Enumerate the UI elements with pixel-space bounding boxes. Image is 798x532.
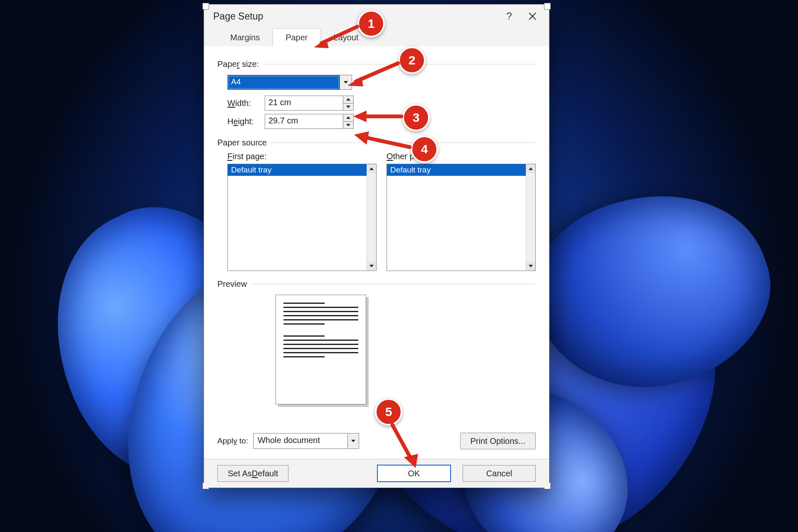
first-page-scrollbar[interactable]: [367, 164, 376, 271]
paper-size-combo[interactable]: A4: [227, 75, 352, 90]
caret-up-icon: [346, 98, 350, 101]
preview-thumbnail: [276, 295, 366, 404]
height-decrease-button[interactable]: [343, 122, 353, 129]
page-setup-dialog: Page Setup ? Margins Paper Layout Paper …: [204, 4, 549, 488]
dialog-titlebar: Page Setup ?: [204, 5, 549, 28]
paper-size-value: A4: [228, 75, 340, 89]
cancel-button[interactable]: Cancel: [463, 465, 536, 482]
dialog-title: Page Setup: [213, 11, 498, 22]
paper-size-label: Paper size:: [217, 59, 536, 69]
apply-to-dropdown-button[interactable]: [347, 433, 359, 448]
chevron-down-icon: [344, 81, 348, 84]
apply-to-select[interactable]: Whole document: [253, 433, 359, 449]
close-button[interactable]: [521, 8, 544, 25]
other-pages-label: Other pages:: [387, 152, 536, 161]
height-value[interactable]: 29.7 cm: [265, 114, 343, 128]
dialog-body: Paper size: A4 Width: 21 cm Height:: [204, 46, 549, 488]
first-page-listbox[interactable]: Default tray: [227, 164, 377, 271]
first-page-label: First page:: [227, 152, 377, 161]
print-options-button[interactable]: Print Options...: [460, 433, 536, 449]
set-as-default-button[interactable]: Set As Default: [217, 465, 288, 482]
preview-label: Preview: [217, 279, 536, 289]
dialog-button-bar: Set As Default OK Cancel: [204, 459, 549, 488]
close-icon: [529, 12, 536, 20]
width-spinner[interactable]: 21 cm: [265, 96, 354, 111]
other-pages-listbox[interactable]: Default tray: [387, 164, 536, 271]
chevron-down-icon: [351, 440, 355, 442]
caret-up-icon: [346, 116, 350, 119]
help-button[interactable]: ?: [498, 8, 521, 25]
caret-down-icon: [346, 106, 350, 108]
tab-strip: Margins Paper Layout: [204, 28, 549, 47]
height-increase-button[interactable]: [343, 114, 353, 122]
width-value[interactable]: 21 cm: [265, 96, 343, 110]
scroll-up-icon: [529, 167, 533, 170]
height-row: Height: 29.7 cm: [227, 114, 536, 129]
width-decrease-button[interactable]: [343, 103, 353, 111]
scroll-up-icon: [369, 167, 374, 170]
scroll-down-icon: [529, 265, 533, 267]
paper-source-label: Paper source: [217, 138, 536, 148]
other-pages-item-selected[interactable]: Default tray: [387, 164, 535, 176]
first-page-item-selected[interactable]: Default tray: [228, 164, 376, 176]
other-pages-scrollbar[interactable]: [526, 164, 535, 271]
paper-size-dropdown-button[interactable]: [340, 75, 352, 89]
apply-to-value: Whole document: [254, 433, 347, 448]
caret-down-icon: [346, 124, 350, 126]
width-row: Width: 21 cm: [227, 96, 536, 111]
ok-button[interactable]: OK: [377, 465, 451, 482]
height-spinner[interactable]: 29.7 cm: [265, 114, 354, 129]
scroll-down-icon: [369, 265, 374, 267]
width-increase-button[interactable]: [343, 96, 353, 103]
apply-to-label: Apply to:: [217, 436, 248, 446]
